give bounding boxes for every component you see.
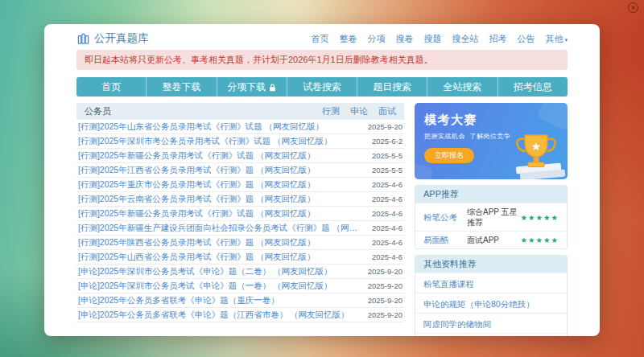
filter-xingce[interactable]: 行测: [322, 106, 340, 117]
main-nav-site-search[interactable]: 全站搜索: [427, 77, 497, 96]
main-nav-paper-search[interactable]: 试卷搜索: [287, 77, 357, 96]
exam-link[interactable]: [行测]2025年江西省公务员录用考试《行测》题 （网友回忆版）: [78, 166, 316, 174]
exam-date: 2025-4-6: [372, 209, 402, 218]
exam-link[interactable]: [申论]2025年公务员多省联考《申论》题（重庆一卷）: [78, 296, 279, 305]
main-nav-full-download[interactable]: 整卷下载: [147, 77, 217, 96]
exam-list-row: [行测]2025年深圳市考公务员录用考试《行测》试题 （网友回忆版） 2025-…: [76, 134, 404, 149]
resource-link[interactable]: 阿虚同学的储物间: [423, 319, 491, 329]
exam-date: 2025-5-5: [372, 166, 402, 174]
exam-date: 2025-6-2: [372, 137, 402, 146]
exam-link[interactable]: [申论]2025年深圳市公务员考试《申论》题（一卷） （网友回忆版）: [78, 281, 332, 290]
chevron-down-icon: ▾: [564, 37, 568, 43]
main-nav-subset-download[interactable]: 分项下载: [217, 77, 287, 96]
exam-list-row: [行测]2025年江西省公务员录用考试《行测》题 （网友回忆版） 2025-5-…: [76, 163, 404, 178]
exam-link[interactable]: [行测]2025年陕西省公务员录用考试《行测》题 （网友回忆版）: [78, 238, 316, 247]
mock-exam-banner: 模考大赛 把握实战机会 了解岗位竞争 立即报名 ★: [415, 103, 568, 179]
exam-list-row: [行测]2025年云南省公务员录用考试《行测》题 （网友回忆版） 2025-4-…: [76, 192, 404, 207]
logo-books-icon: [76, 32, 90, 46]
exam-date: 2025-9-20: [368, 122, 402, 131]
exam-link[interactable]: [行测]2025年云南省公务员录用考试《行测》题 （网友回忆版）: [78, 195, 316, 203]
exam-link[interactable]: [申论]2025年公务员多省联考《申论》题（江西省市卷） （网友回忆版）: [78, 310, 349, 319]
exam-list-row: [行测]2025年山西省公务员录用考试《行测》题 （网友回忆版） 2025-4-…: [76, 250, 404, 265]
top-nav: 首页 整卷 分项 搜卷 搜题 搜全站 招考 公告 其他▾: [311, 33, 568, 45]
page-background: ✕ 公开真题库 首页 整卷 分项 搜卷 搜题 搜全站: [0, 0, 644, 357]
svg-text:★: ★: [531, 140, 542, 153]
top-nav-recruit[interactable]: 招考: [489, 33, 506, 45]
exam-date: 2025-9-20: [368, 281, 402, 290]
top-nav-search-site[interactable]: 搜全站: [452, 33, 478, 45]
exam-date: 2025-5-5: [372, 151, 402, 160]
exam-list-row: [行测]2025年新疆生产建设兵团面向社会招录公务员考试《行测》题 （网友回忆版…: [76, 221, 404, 236]
notice-text: 即日起本站将只更新公考、事考相关真题，并计划于2026年1月1日后删除教考相关真…: [85, 55, 433, 64]
exam-link[interactable]: [行测]2025年新疆公务员录用考试《行测》试题 （网友回忆版）: [78, 151, 316, 160]
resource-link[interactable]: 申论的规矩（申论80分绝技）: [423, 299, 535, 309]
signup-button[interactable]: 立即报名: [424, 148, 474, 163]
exam-rows: [行测]2025年山东省公务员录用考试《行测》试题 （网友回忆版） 2025-9…: [76, 120, 404, 322]
exam-list-row: [行测]2025年陕西省公务员录用考试《行测》题 （网友回忆版） 2025-4-…: [76, 236, 404, 250]
exam-list-row: [行测]2025年新疆公务员录用考试《行测》试题 （网友回忆版） 2025-4-…: [76, 207, 404, 221]
brand-name: 公开真题库: [94, 31, 149, 46]
exam-list-row: [行测]2025年重庆市公务员录用考试《行测》题 （网友回忆版） 2025-4-…: [76, 178, 404, 192]
top-nav-search-questions[interactable]: 搜题: [423, 33, 441, 45]
exam-date: 2025-9-20: [368, 296, 402, 305]
top-nav-home[interactable]: 首页: [311, 33, 328, 45]
app-recommend-panel: APP推荐 粉笔公考 综合APP 五星推荐 ★★★★★ 易面酷 面试APP ★★…: [415, 185, 568, 249]
top-nav-other-dropdown[interactable]: 其他▾: [545, 33, 568, 45]
lock-icon: [269, 84, 276, 92]
exam-list-row: [申论]2025年深圳市公务员考试《申论》题（二卷） （网友回忆版） 2025-…: [76, 265, 404, 279]
exam-link[interactable]: [行测]2025年山西省公务员录用考试《行测》题 （网友回忆版）: [78, 252, 316, 261]
exam-link[interactable]: [行测]2025年新疆公务员录用考试《行测》试题 （网友回忆版）: [78, 209, 316, 218]
banner-title: 模考大赛: [424, 113, 558, 128]
list-filters: 行测 申论 面试: [322, 106, 396, 117]
main-nav-recruit-info[interactable]: 招考信息: [498, 77, 568, 96]
star-rating-icon: ★★★★★: [520, 235, 559, 245]
banner-subtitle: 把握实战机会 了解岗位竞争: [424, 132, 558, 141]
content-area: 公务员 行测 申论 面试 [行测]2025年山东省公务员录用考试《行测》试题 （…: [76, 103, 568, 336]
resources-panel-title: 其他资料推荐: [415, 256, 567, 273]
exam-date: 2025-4-6: [372, 180, 402, 189]
star-rating-icon: ★★★★★: [520, 212, 559, 223]
top-nav-announcements[interactable]: 公告: [517, 33, 535, 45]
exam-link[interactable]: [行测]2025年深圳市考公务员录用考试《行测》试题 （网友回忆版）: [78, 137, 332, 146]
exam-link[interactable]: [行测]2025年重庆市公务员录用考试《行测》题 （网友回忆版）: [78, 180, 316, 189]
site-header: 公开真题库 首页 整卷 分项 搜卷 搜题 搜全站 招考 公告 其他▾: [44, 24, 600, 48]
resource-link[interactable]: 粉笔直播课程: [423, 279, 474, 289]
close-icon[interactable]: ✕: [628, 2, 638, 13]
exam-list-row: [申论]2025年公务员多省联考《申论》题（重庆一卷） 2025-9-20: [76, 293, 404, 308]
exam-link[interactable]: [行测]2025年新疆生产建设兵团面向社会招录公务员考试《行测》题 （网友回忆版…: [78, 224, 365, 232]
exam-list-row: [行测]2025年山东省公务员录用考试《行测》试题 （网友回忆版） 2025-9…: [76, 120, 404, 134]
main-card: 公开真题库 首页 整卷 分项 搜卷 搜题 搜全站 招考 公告 其他▾ 即日起本站…: [44, 24, 600, 336]
exam-date: 2025-4-6: [372, 224, 402, 232]
app-row: 粉笔公考 综合APP 五星推荐 ★★★★★: [415, 203, 567, 231]
section-title: 公务员: [85, 106, 111, 117]
brand-logo[interactable]: 公开真题库: [76, 31, 149, 46]
resource-row: 申论的规矩（申论80分绝技）: [415, 293, 567, 313]
main-nav-home[interactable]: 首页: [76, 77, 147, 96]
resources-panel: 其他资料推荐 粉笔直播课程 申论的规矩（申论80分绝技） 阿虚同学的储物间: [415, 255, 568, 336]
resource-row: 阿虚同学的储物间: [415, 313, 567, 333]
exam-link[interactable]: [申论]2025年深圳市公务员考试《申论》题（二卷） （网友回忆版）: [78, 267, 332, 276]
app-description: 综合APP 五星推荐: [467, 207, 520, 228]
filter-shenlun[interactable]: 申论: [350, 106, 368, 117]
exam-list-row: [行测]2025年新疆公务员录用考试《行测》试题 （网友回忆版） 2025-5-…: [76, 149, 404, 163]
exam-date: 2025-4-6: [372, 195, 402, 203]
app-description: 面试APP: [467, 235, 520, 245]
top-nav-search-papers[interactable]: 搜卷: [395, 33, 413, 45]
main-nav: 首页 整卷下载 分项下载 试卷搜索 题目搜索 全站搜索 招考信息: [76, 77, 568, 96]
app-link[interactable]: 粉笔公考: [423, 212, 467, 223]
top-nav-subsets[interactable]: 分项: [367, 33, 385, 45]
exam-date: 2025-9-20: [368, 267, 402, 276]
top-nav-full-papers[interactable]: 整卷: [339, 33, 357, 45]
exam-list-panel: 公务员 行测 申论 面试 [行测]2025年山东省公务员录用考试《行测》试题 （…: [76, 103, 404, 336]
filter-mianshi[interactable]: 面试: [378, 106, 396, 117]
app-panel-title: APP推荐: [415, 186, 567, 203]
exam-list-row: [申论]2025年公务员多省联考《申论》题（江西省市卷） （网友回忆版） 202…: [76, 308, 404, 322]
exam-date: 2025-9-20: [368, 310, 402, 319]
app-link[interactable]: 易面酷: [423, 235, 467, 245]
app-row: 易面酷 面试APP ★★★★★: [415, 231, 567, 248]
exam-date: 2025-4-6: [372, 252, 402, 261]
exam-link[interactable]: [行测]2025年山东省公务员录用考试《行测》试题 （网友回忆版）: [78, 122, 324, 131]
resource-row: 粉笔直播课程: [415, 273, 567, 293]
main-nav-question-search[interactable]: 题目搜索: [357, 77, 427, 96]
exam-date: 2025-4-6: [372, 238, 402, 247]
